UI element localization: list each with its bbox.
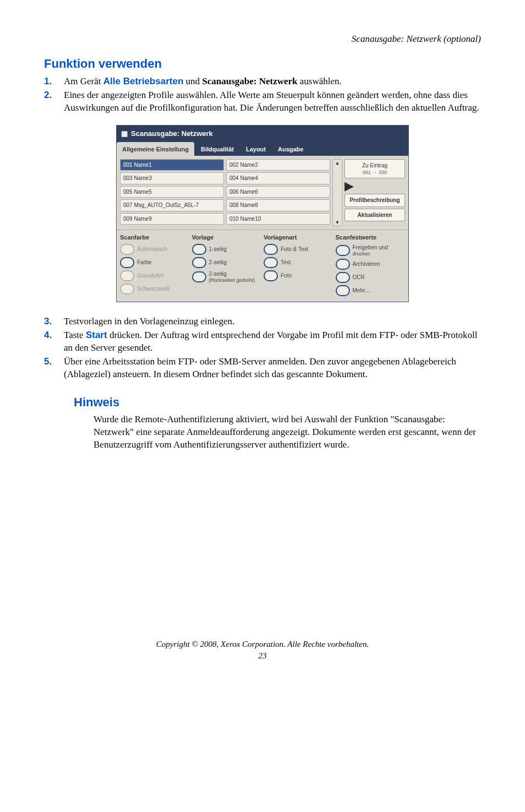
opt-ocr[interactable]: OCR <box>336 272 406 283</box>
link-alle-betriebsarten[interactable]: Alle Betriebsarten <box>103 76 184 86</box>
opt-label: Foto <box>281 272 292 280</box>
step-1: 1. Am Gerät Alle Betriebsarten und Scana… <box>44 75 481 88</box>
opt-text[interactable]: Text <box>264 257 333 268</box>
step-3: 3. Testvorlagen in den Vorlageneinzug ei… <box>44 315 481 328</box>
opt-2seitig[interactable]: 2-seitig <box>192 257 262 268</box>
opt-foto-text[interactable]: Foto & Text <box>264 244 333 255</box>
profile-item-008[interactable]: 008 Name8 <box>226 199 330 211</box>
step-text: Testvorlagen in den Vorlageneinzug einle… <box>64 315 481 328</box>
note-block: Hinweis Wurde die Remote-Authentifizieru… <box>74 394 481 452</box>
text: Taste <box>64 330 86 340</box>
col-title: Scanfestwerte <box>336 233 406 242</box>
profile-item-005[interactable]: 005 Name5 <box>120 186 224 198</box>
step-marker: 3. <box>44 315 64 328</box>
profile-item-004[interactable]: 004 Name4 <box>226 172 330 184</box>
step-marker: 1. <box>44 75 64 88</box>
profile-item-007[interactable]: 007 Msg_AUTO_OutSz_A5L-7 <box>120 199 224 211</box>
opt-label: Automatisch <box>137 246 167 253</box>
tab-allgemeine[interactable]: Allgemeine Einstellung <box>117 142 194 156</box>
tab-ausgabe[interactable]: Ausgabe <box>272 142 309 156</box>
panel-side-buttons: Zu Eintrag 001 → 250 ▶ Profilbeschreibun… <box>344 159 405 227</box>
text: Am Gerät <box>64 76 103 86</box>
knob-icon <box>192 271 206 282</box>
btn-label: Zu Eintrag <box>362 162 387 168</box>
knob-icon <box>120 284 134 295</box>
panel-top-area: 001 Name1002 Name2 003 Name3004 Name4 00… <box>117 156 408 230</box>
panel-title: Scanausgabe: Netzwerk <box>131 129 213 139</box>
col-scanfestwerte: Scanfestwerte Freigeben unddrucken Archi… <box>336 233 406 298</box>
step-marker: 4. <box>44 329 64 342</box>
tab-layout[interactable]: Layout <box>240 142 271 156</box>
knob-icon <box>264 270 278 281</box>
knob-icon <box>120 270 134 281</box>
profile-description-button[interactable]: Profilbeschreibung <box>344 194 405 207</box>
opt-label: 2-seitig <box>209 259 227 266</box>
ordered-steps: 1. Am Gerät Alle Betriebsarten und Scana… <box>44 75 481 115</box>
col-title: Scanfarbe <box>120 233 190 242</box>
link-start[interactable]: Start <box>86 330 107 340</box>
col-scanfarbe: Scanfarbe Automatisch Farbe Graustufen S… <box>120 233 190 298</box>
panel-titlebar: ▦ Scanausgabe: Netzwerk <box>117 126 408 142</box>
opt-label: 2-seitig(Rückseiten gedreht) <box>209 270 255 283</box>
opt-1seitig[interactable]: 1-seitig <box>192 244 262 255</box>
step-marker: 5. <box>44 356 64 368</box>
opt-label: Graustufen <box>137 272 164 280</box>
col-title: Vorlagenart <box>264 233 333 242</box>
step-2: 2. Eines der angezeigten Profile auswähl… <box>44 89 481 115</box>
opt-mehr[interactable]: Mehr… <box>336 285 406 296</box>
opt-farbe[interactable]: Farbe <box>120 257 190 268</box>
step-text: Über eine Arbeitsstation beim FTP- oder … <box>64 356 481 381</box>
opt-archivieren[interactable]: Archivieren <box>336 259 406 270</box>
opt-label: OCR <box>353 274 365 281</box>
goto-entry-button[interactable]: Zu Eintrag 001 → 250 <box>344 159 405 179</box>
panel-tabs: Allgemeine Einstellung Bildqualität Layo… <box>117 142 408 156</box>
knob-icon <box>192 257 206 268</box>
text: und <box>183 76 202 86</box>
scroll-down-icon[interactable]: ▼ <box>335 219 340 226</box>
scroll-up-icon[interactable]: ▲ <box>335 160 340 166</box>
profile-scrollbar[interactable]: ▲ ▼ <box>332 159 342 227</box>
knob-icon <box>264 257 278 268</box>
step-text: Eines der angezeigten Profile auswählen.… <box>64 89 481 115</box>
knob-icon <box>264 244 278 255</box>
tab-bildqualitaet[interactable]: Bildqualität <box>195 142 239 156</box>
page-number: 23 <box>44 650 481 661</box>
profile-item-003[interactable]: 003 Name3 <box>120 172 224 184</box>
profile-item-010[interactable]: 010 Name10 <box>226 213 330 225</box>
opt-label: Text <box>281 259 291 266</box>
opt-2seitig-gedreht[interactable]: 2-seitig(Rückseiten gedreht) <box>192 270 262 283</box>
opt-automatisch[interactable]: Automatisch <box>120 244 190 255</box>
profile-item-009[interactable]: 009 Name9 <box>120 213 224 225</box>
opt-label: Freigeben unddrucken <box>353 244 389 257</box>
refresh-button[interactable]: Aktualisieren <box>344 209 405 222</box>
ordered-steps-cont: 3. Testvorlagen in den Vorlageneinzug ei… <box>44 315 481 381</box>
opt-schwarzweiss[interactable]: Schwarzweiß <box>120 284 190 295</box>
col-title: Vorlage <box>192 233 262 242</box>
profile-item-002[interactable]: 002 Name2 <box>226 159 330 171</box>
opt-label: 1-seitig <box>209 246 227 253</box>
note-heading: Hinweis <box>74 394 481 411</box>
device-panel-screenshot: ▦ Scanausgabe: Netzwerk Allgemeine Einst… <box>116 125 409 302</box>
btn-sublabel: 001 → 250 <box>348 169 402 176</box>
panel-bottom-columns: Scanfarbe Automatisch Farbe Graustufen S… <box>117 230 408 302</box>
knob-icon <box>336 272 350 283</box>
knob-icon <box>120 257 134 268</box>
opt-label: Farbe <box>137 259 151 266</box>
text: auswählen. <box>298 76 342 86</box>
page-header: Scanausgabe: Netzwerk (optional) <box>44 33 481 46</box>
opt-label: Foto & Text <box>281 246 308 253</box>
panel-icon: ▦ <box>121 129 128 139</box>
opt-freigeben-drucken[interactable]: Freigeben unddrucken <box>336 244 406 257</box>
text: drücken. Der Auftrag wird entsprechend d… <box>64 330 477 353</box>
opt-label: Archivieren <box>353 260 380 268</box>
copyright-footer: Copyright © 2008, Xerox Corporation. All… <box>44 639 481 650</box>
opt-label: Schwarzweiß <box>137 285 169 293</box>
step-5: 5. Über eine Arbeitsstation beim FTP- od… <box>44 356 481 381</box>
opt-graustufen[interactable]: Graustufen <box>120 270 190 281</box>
profile-item-001[interactable]: 001 Name1 <box>120 159 224 171</box>
knob-icon <box>192 244 206 255</box>
profile-item-006[interactable]: 006 Name6 <box>226 186 330 198</box>
step-text: Taste Start drücken. Der Auftrag wird en… <box>64 329 481 355</box>
play-icon[interactable]: ▶ <box>344 180 405 192</box>
opt-foto[interactable]: Foto <box>264 270 333 281</box>
